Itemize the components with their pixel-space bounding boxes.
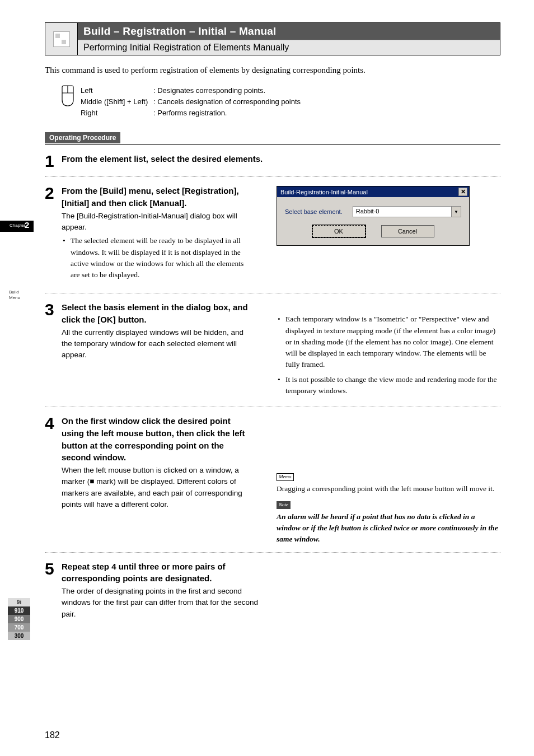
step-3-title: Select the basis element in the dialog b…: [62, 301, 252, 326]
memo-text: Dragging a corresponding point with the …: [277, 483, 500, 494]
dotted-divider: [45, 293, 500, 293]
sidebar-menu: Menu: [9, 295, 20, 301]
step-3-body: All the currently displayed windows will…: [62, 327, 252, 361]
dotted-divider: [45, 407, 500, 407]
step-5-number: 5: [45, 561, 62, 620]
step-4-number: 4: [45, 415, 62, 510]
step-1-number: 1: [45, 153, 62, 170]
chevron-down-icon[interactable]: ▼: [451, 207, 461, 217]
mouse-middle-label: Middle ([Shift] + Left): [81, 96, 153, 108]
mouse-left-label: Left: [81, 85, 153, 96]
step-2-number: 2: [45, 185, 62, 281]
mouse-middle-desc: : Cancels designation of corresponding p…: [153, 96, 301, 108]
operating-procedure-label: Operating Procedure: [45, 132, 120, 143]
header-block: Build – Registration – Initial – Manual …: [45, 22, 500, 55]
sidebar-build: Build: [9, 290, 20, 295]
chapter-prefix: Chapter: [10, 223, 25, 228]
mouse-icon: [60, 85, 81, 119]
step-2-bullet: The selected element will be ready to be…: [62, 235, 252, 281]
step-1-title: From the element list, select the desire…: [62, 153, 269, 165]
mouse-right-desc: : Performs registration.: [153, 108, 227, 119]
step-3-right-bullet-2: It is not possible to change the view mo…: [277, 374, 500, 397]
dialog-box: Build-Registration-Initial-Manual ✕ Sele…: [277, 186, 470, 246]
cancel-button[interactable]: Cancel: [381, 225, 434, 237]
series-700: 700: [8, 623, 30, 632]
base-element-value: Rabbit-0: [353, 207, 451, 217]
memo-tag: Memo: [277, 473, 294, 481]
close-icon[interactable]: ✕: [458, 188, 467, 196]
step-3: 3 Select the basis element in the dialog…: [45, 301, 252, 361]
build-menu-label: Build Menu: [9, 290, 20, 300]
step-4-title: On the first window click the desired po…: [62, 415, 252, 464]
chapter-number: 2: [25, 220, 29, 230]
step-3-number: 3: [45, 301, 62, 361]
step-2-body: The [Build-Registration-Initial-Manual] …: [62, 211, 252, 234]
step-5-title: Repeat step 4 until three or more pairs …: [62, 561, 269, 585]
series-9i: 9i: [8, 598, 30, 606]
mouse-mapping: Left : Designates corresponding points. …: [60, 85, 500, 119]
note-tag: Note: [277, 501, 291, 509]
mouse-left-desc: : Designates corresponding points.: [153, 85, 265, 96]
divider: [45, 144, 500, 145]
step-2: 2 From the [Build] menu, select [Registr…: [45, 185, 252, 281]
mouse-right-label: Right: [81, 108, 153, 119]
header-subtitle: Performing Initial Registration of Eleme…: [78, 40, 500, 55]
step-1: 1 From the element list, select the desi…: [45, 153, 500, 170]
step-4: 4 On the first window click the desired …: [45, 415, 252, 510]
series-900: 900: [8, 615, 30, 623]
intro-text: This command is used to perform registra…: [45, 66, 500, 75]
dialog-title: Build-Registration-Initial-Manual: [280, 189, 368, 195]
step-3-right-bullet-1: Each temporary window is a "Isometric" o…: [277, 314, 500, 370]
base-element-select[interactable]: Rabbit-0 ▼: [353, 206, 461, 217]
header-icon: [45, 23, 78, 55]
series-300: 300: [8, 632, 30, 640]
series-910: 910: [8, 606, 30, 615]
step-2-title: From the [Build] menu, select [Registrat…: [62, 185, 252, 209]
series-tabs: 9i 910 900 700 300: [8, 598, 30, 640]
ok-button[interactable]: OK: [312, 225, 366, 237]
note-text: An alarm will be heard if a point that h…: [277, 511, 500, 545]
step-5-body: The order of designating points in the f…: [62, 586, 269, 620]
header-title: Build – Registration – Initial – Manual: [78, 23, 500, 40]
step-4-body: When the left mouse button is clicked on…: [62, 465, 252, 510]
dotted-divider: [45, 552, 500, 553]
step-5: 5 Repeat step 4 until three or more pair…: [45, 561, 500, 620]
page-number: 182: [45, 730, 60, 740]
dotted-divider: [45, 176, 500, 177]
dialog-label: Select base element.: [285, 208, 343, 215]
